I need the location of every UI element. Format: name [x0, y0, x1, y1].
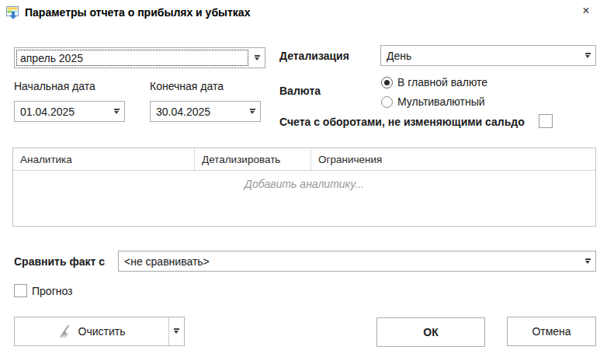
start-date-label: Начальная дата	[14, 80, 95, 92]
radio-main-currency[interactable]: В главной валюте	[381, 76, 487, 88]
end-date-value: 30.04.2025	[151, 102, 245, 121]
radio-unselected-icon	[381, 96, 393, 108]
column-header-analytics: Аналитика	[13, 148, 195, 170]
compare-value: <не сравнивать>	[119, 251, 580, 271]
chevron-down-icon	[585, 258, 591, 265]
chevron-down-icon	[250, 109, 255, 115]
start-date-dropdown-button[interactable]	[109, 102, 124, 121]
start-date-value: 01.04.2025	[15, 102, 109, 121]
forecast-label: Прогноз	[32, 285, 73, 297]
forecast-checkbox[interactable]	[14, 284, 27, 297]
column-header-detail: Детализировать	[195, 148, 311, 170]
clear-split-button: Очистить	[14, 317, 185, 346]
accounts-turnover-checkbox[interactable]	[539, 114, 553, 128]
broom-icon	[58, 324, 73, 339]
detail-label: Детализация	[279, 50, 349, 62]
detail-combobox[interactable]: День	[380, 45, 596, 66]
cancel-button[interactable]: Отмена	[507, 317, 596, 346]
ok-button[interactable]: ОК	[376, 317, 485, 347]
radio-multi-currency-label: Мультивалютный	[397, 95, 485, 108]
chevron-down-icon	[174, 328, 179, 335]
period-dropdown-button[interactable]	[249, 48, 265, 68]
period-value: апрель 2025	[15, 48, 249, 68]
currency-label: Валюта	[279, 85, 321, 97]
add-analytics-placeholder[interactable]: Добавить аналитику...	[13, 171, 595, 190]
page-title: Параметры отчета о прибылях и убытках	[25, 6, 250, 19]
compare-dropdown-button[interactable]	[580, 251, 595, 271]
end-date-label: Конечная дата	[150, 80, 224, 92]
chevron-down-icon	[585, 53, 591, 59]
compare-label: Сравнить факт с	[14, 255, 105, 268]
analytics-table-header: Аналитика Детализировать Ограничения	[13, 148, 595, 171]
detail-value: День	[381, 46, 580, 65]
analytics-table: Аналитика Детализировать Ограничения Доб…	[12, 147, 596, 227]
end-date-combobox[interactable]: 30.04.2025	[150, 101, 261, 122]
close-button[interactable]: ×	[576, 2, 596, 20]
chevron-down-icon	[114, 109, 120, 115]
end-date-dropdown-button[interactable]	[245, 102, 260, 121]
radio-main-currency-label: В главной валюте	[397, 76, 487, 88]
chevron-down-icon	[255, 55, 260, 61]
accounts-turnover-label: Счета с оборотами, не изменяющими сальдо	[279, 116, 525, 128]
clear-button[interactable]: Очистить	[15, 317, 168, 345]
radio-multi-currency[interactable]: Мультивалютный	[381, 95, 485, 108]
clear-dropdown-button[interactable]	[169, 317, 184, 345]
report-settings-icon	[6, 5, 20, 19]
radio-selected-icon	[381, 77, 393, 88]
start-date-combobox[interactable]: 01.04.2025	[14, 101, 125, 122]
period-combobox[interactable]: апрель 2025	[14, 47, 265, 68]
detail-dropdown-button[interactable]	[580, 46, 595, 65]
compare-combobox[interactable]: <не сравнивать>	[118, 251, 596, 272]
clear-button-label: Очистить	[78, 325, 126, 338]
column-header-restrictions: Ограничения	[311, 148, 595, 170]
